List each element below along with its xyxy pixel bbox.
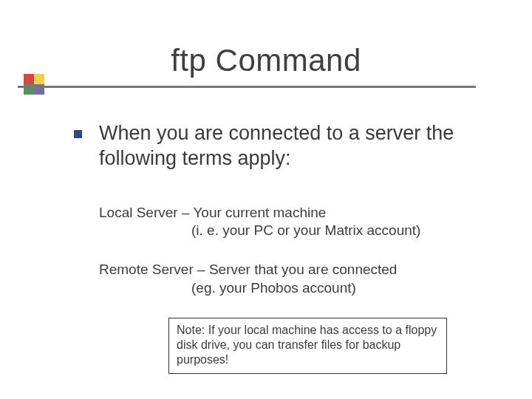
note-box: Note: If your local machine has access t… xyxy=(168,318,447,374)
title-area: ftp Command xyxy=(0,43,532,78)
term-local-line1: Local Server – Your current machine xyxy=(99,204,502,222)
terms: Local Server – Your current machine (i. … xyxy=(66,204,502,375)
term-local-line2: (i. e. your PC or your Matrix account) xyxy=(99,222,502,240)
term-remote: Remote Server – Server that you are conn… xyxy=(99,261,502,297)
bullet-icon xyxy=(74,130,82,138)
lead-text: When you are connected to a server the f… xyxy=(99,122,454,169)
slide: ftp Command When you are connected to a … xyxy=(0,0,532,399)
body: When you are connected to a server the f… xyxy=(66,121,502,374)
term-remote-line2: (eg. your Phobos account) xyxy=(99,279,502,298)
slide-title: ftp Command xyxy=(0,43,532,78)
term-local: Local Server – Your current machine (i. … xyxy=(99,204,502,240)
term-remote-line1: Remote Server – Server that you are conn… xyxy=(99,261,502,279)
title-underline xyxy=(18,86,476,88)
lead-paragraph: When you are connected to a server the f… xyxy=(66,121,502,171)
note-text: Note: If your local machine has access t… xyxy=(177,324,437,366)
